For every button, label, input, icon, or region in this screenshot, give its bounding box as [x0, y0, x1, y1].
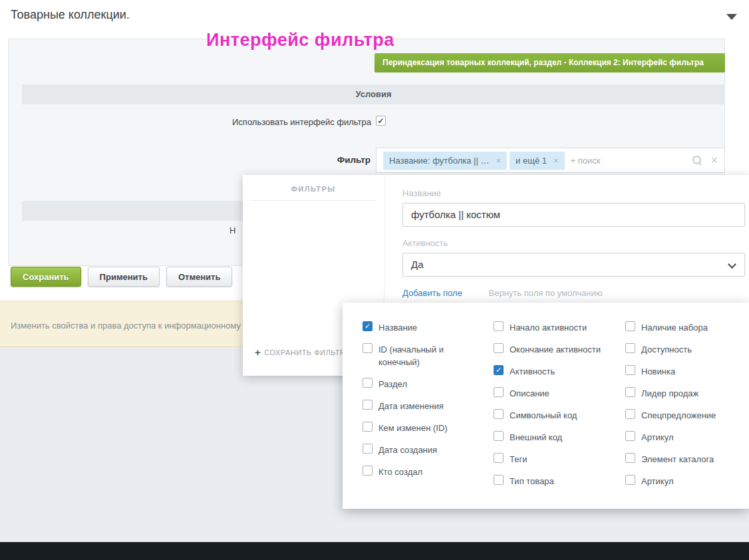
field-option[interactable]: Дата создания [363, 444, 486, 456]
field-option[interactable]: Символьный код [494, 409, 620, 422]
chevron-down-icon [728, 260, 736, 269]
checkbox[interactable] [494, 387, 504, 397]
use-filter-label: Использовать интерфейс фильтра [232, 117, 371, 127]
page: Товарные коллекции. Интерфейс фильтра Пе… [0, 0, 749, 560]
page-title: Товарные коллекции. [11, 8, 130, 22]
checkbox[interactable] [494, 453, 504, 463]
field-option[interactable]: Кто создал [363, 466, 486, 478]
filter-presets-title: ФИЛЬТРЫ [243, 175, 384, 193]
save-button[interactable]: Сохранить [11, 267, 81, 287]
filter-chip-label: Название: футболка || … [389, 156, 489, 166]
chip-remove-icon[interactable]: × [553, 156, 559, 166]
page-header: Товарные коллекции. [0, 0, 749, 30]
checkbox[interactable] [625, 453, 635, 463]
use-filter-checkbox[interactable] [376, 116, 386, 126]
checkbox[interactable] [363, 466, 373, 476]
reindex-toast: Периндексация товарных коллекций, раздел… [374, 53, 725, 72]
filter-field-label: Активность [402, 238, 448, 248]
field-option[interactable]: Элемент каталога [625, 453, 742, 466]
filter-activity-select[interactable]: Да [402, 253, 745, 277]
search-icon[interactable] [692, 155, 702, 166]
field-chooser-popup: Название ID (начальный и конечный) Разде… [343, 303, 749, 509]
checkbox[interactable] [363, 343, 373, 353]
filter-search-field[interactable]: Название: футболка || … × и ещё 1 × + по… [376, 148, 725, 173]
field-option[interactable]: ID (начальный и конечный) [363, 343, 486, 368]
filter-links-row: Добавить поле Вернуть поля по умолчанию [402, 288, 602, 298]
filter-name-value: футболка || костюм [411, 209, 500, 220]
notice-text: Изменить свойства и права доступа к инфо… [11, 321, 241, 331]
field-option[interactable]: Дата изменения [363, 400, 486, 412]
checkbox[interactable] [625, 475, 635, 485]
collapse-chevron-icon[interactable] [726, 14, 737, 20]
restore-defaults-link[interactable]: Вернуть поля по умолчанию [489, 288, 603, 298]
field-option[interactable]: Активность [494, 365, 620, 378]
cancel-button[interactable]: Отменить [166, 267, 233, 287]
field-option[interactable]: Спецпредложение [625, 409, 742, 422]
field-option[interactable]: Раздел [363, 378, 486, 390]
checkbox[interactable] [494, 475, 504, 485]
field-column-2: Начало активности Окончание активности А… [494, 321, 620, 497]
checkbox[interactable] [625, 321, 635, 331]
field-option[interactable]: Новинка [625, 365, 742, 378]
filter-activity-value: Да [411, 259, 424, 270]
filter-name-input[interactable]: футболка || костюм [402, 203, 745, 227]
checkbox[interactable] [363, 400, 373, 410]
checkbox[interactable] [494, 343, 504, 353]
field-option[interactable]: Наличие набора [625, 321, 742, 334]
form-buttons: Сохранить Применить Отменить [11, 267, 232, 287]
field-option[interactable]: Теги [494, 453, 620, 466]
field-option[interactable]: Лидер продаж [625, 387, 742, 400]
checkbox[interactable] [363, 321, 373, 331]
partial-row-label: Н [229, 225, 235, 235]
field-option[interactable]: Окончание активности [494, 343, 620, 356]
field-option[interactable]: Описание [494, 387, 620, 400]
checkbox[interactable] [494, 365, 504, 375]
field-option[interactable]: Кем изменен (ID) [363, 422, 486, 434]
field-option[interactable]: Тип товара [494, 475, 620, 488]
field-option[interactable]: Внешний код [494, 431, 620, 444]
section-header-label: Условия [355, 89, 391, 99]
plus-icon: + [255, 347, 261, 358]
checkbox[interactable] [625, 365, 635, 375]
chip-remove-icon[interactable]: × [496, 156, 501, 166]
field-option[interactable]: Артикул [625, 431, 742, 444]
checkbox[interactable] [494, 431, 504, 441]
checkbox[interactable] [625, 409, 635, 419]
field-column-3: Наличие набора Доступность Новинка Лидер… [625, 321, 742, 497]
search-placeholder[interactable]: + поиск [571, 156, 601, 166]
filter-field-label: Название [402, 188, 441, 198]
checkbox[interactable] [363, 444, 373, 454]
footer-bar [0, 542, 749, 560]
section-header-conditions: Условия [22, 84, 725, 104]
filter-chip[interactable]: и ещё 1 × [510, 152, 564, 170]
checkbox[interactable] [494, 321, 504, 331]
save-filter-label: СОХРАНИТЬ ФИЛЬТР [264, 349, 345, 356]
field-option[interactable]: Начало активности [494, 321, 620, 334]
checkbox[interactable] [363, 378, 373, 388]
save-filter-button[interactable]: +СОХРАНИТЬ ФИЛЬТР [255, 347, 345, 358]
field-option[interactable]: Артикул [625, 475, 742, 488]
filter-chip[interactable]: Название: футболка || … × [383, 152, 507, 170]
checkbox[interactable] [625, 343, 635, 353]
field-option[interactable]: Доступность [625, 343, 742, 356]
filter-label: Фильтр [337, 155, 371, 165]
field-option[interactable]: Название [363, 321, 486, 334]
divider [251, 200, 376, 201]
overlay-title: Интерфейс фильтра [206, 30, 394, 51]
checkbox[interactable] [625, 387, 635, 397]
add-field-link[interactable]: Добавить поле [402, 288, 462, 298]
checkbox[interactable] [625, 431, 635, 441]
checkbox[interactable] [494, 409, 504, 419]
field-column-1: Название ID (начальный и конечный) Разде… [363, 321, 486, 488]
apply-button[interactable]: Применить [88, 267, 160, 287]
checkbox[interactable] [363, 422, 373, 432]
filter-chip-label: и ещё 1 [516, 156, 547, 166]
clear-filter-icon[interactable]: × [710, 154, 718, 166]
